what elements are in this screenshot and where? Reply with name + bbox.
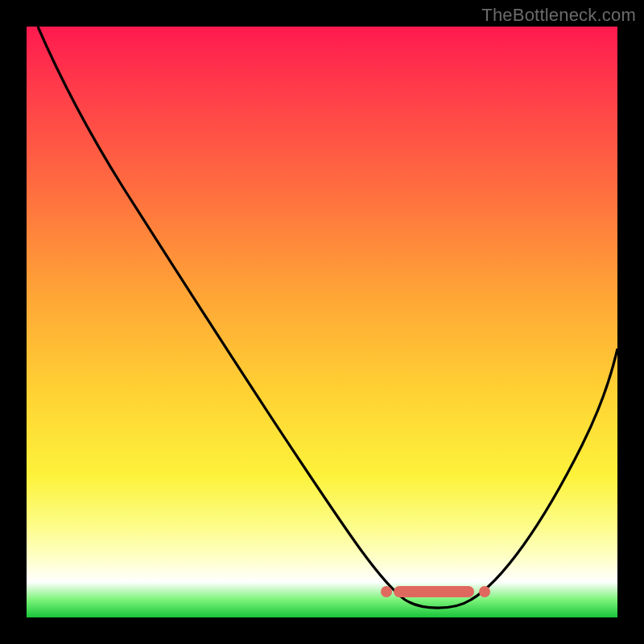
bottleneck-curve [27,27,617,617]
attribution-watermark: TheBottleneck.com [481,5,636,26]
chart-frame: TheBottleneck.com [0,0,644,644]
plot-area [27,27,617,617]
band-end-dot [479,586,490,597]
band-segment [394,586,474,597]
band-start-dot [381,586,392,597]
optimal-range-marker [384,586,489,597]
